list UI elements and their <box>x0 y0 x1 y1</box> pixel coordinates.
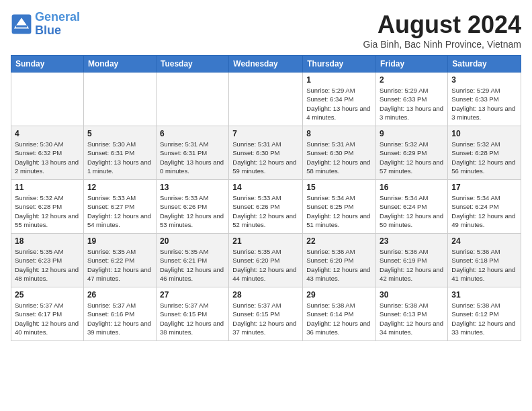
calendar-week-3: 11Sunrise: 5:32 AMSunset: 6:28 PMDayligh… <box>11 180 521 234</box>
logo-line1: General <box>35 10 80 24</box>
day-number: 22 <box>306 236 372 246</box>
day-number: 26 <box>87 290 152 300</box>
col-header-saturday: Saturday <box>448 56 521 73</box>
col-header-friday: Friday <box>376 56 448 73</box>
calendar-day: 20Sunrise: 5:35 AMSunset: 6:21 PMDayligh… <box>156 234 228 287</box>
col-header-monday: Monday <box>83 56 156 73</box>
day-info: Sunrise: 5:34 AMSunset: 6:24 PMDaylight:… <box>451 193 517 229</box>
logo-icon <box>11 13 32 35</box>
day-info: Sunrise: 5:34 AMSunset: 6:24 PMDaylight:… <box>380 193 444 229</box>
day-number: 29 <box>306 290 372 300</box>
day-number: 11 <box>15 183 80 192</box>
day-info: Sunrise: 5:32 AMSunset: 6:28 PMDaylight:… <box>15 193 80 229</box>
calendar-day: 8Sunrise: 5:31 AMSunset: 6:30 PMDaylight… <box>303 126 376 180</box>
day-info: Sunrise: 5:36 AMSunset: 6:19 PMDaylight:… <box>380 247 444 283</box>
day-number: 6 <box>160 129 225 138</box>
calendar-table: SundayMondayTuesdayWednesdayThursdayFrid… <box>11 55 521 341</box>
calendar-day: 28Sunrise: 5:37 AMSunset: 6:15 PMDayligh… <box>229 287 303 341</box>
day-number: 8 <box>306 129 372 138</box>
day-number: 18 <box>15 236 80 246</box>
day-info: Sunrise: 5:29 AMSunset: 6:34 PMDaylight:… <box>306 86 372 122</box>
calendar-day: 5Sunrise: 5:30 AMSunset: 6:31 PMDaylight… <box>83 126 156 180</box>
day-info: Sunrise: 5:37 AMSunset: 6:15 PMDaylight:… <box>232 301 299 336</box>
calendar-day: 17Sunrise: 5:34 AMSunset: 6:24 PMDayligh… <box>448 180 521 234</box>
day-number: 24 <box>451 236 517 246</box>
day-number: 2 <box>380 75 444 85</box>
day-number: 25 <box>15 290 80 300</box>
calendar-day: 10Sunrise: 5:32 AMSunset: 6:28 PMDayligh… <box>448 126 521 180</box>
logo: General Blue <box>11 11 80 38</box>
day-number: 30 <box>380 290 444 300</box>
calendar-day: 30Sunrise: 5:38 AMSunset: 6:13 PMDayligh… <box>376 287 448 341</box>
calendar-day: 6Sunrise: 5:31 AMSunset: 6:31 PMDaylight… <box>156 126 228 180</box>
day-number: 15 <box>306 183 372 192</box>
day-info: Sunrise: 5:35 AMSunset: 6:22 PMDaylight:… <box>87 247 152 283</box>
calendar-day: 31Sunrise: 5:38 AMSunset: 6:12 PMDayligh… <box>448 287 521 341</box>
calendar-day: 16Sunrise: 5:34 AMSunset: 6:24 PMDayligh… <box>376 180 448 234</box>
day-number: 21 <box>232 236 299 246</box>
calendar-day: 23Sunrise: 5:36 AMSunset: 6:19 PMDayligh… <box>376 234 448 287</box>
day-info: Sunrise: 5:37 AMSunset: 6:15 PMDaylight:… <box>160 301 225 336</box>
day-info: Sunrise: 5:38 AMSunset: 6:12 PMDaylight:… <box>451 301 517 336</box>
calendar-week-2: 4Sunrise: 5:30 AMSunset: 6:32 PMDaylight… <box>11 126 521 180</box>
day-number: 10 <box>451 129 517 138</box>
calendar-day: 22Sunrise: 5:36 AMSunset: 6:20 PMDayligh… <box>303 234 376 287</box>
location-subtitle: Gia Binh, Bac Ninh Province, Vietnam <box>363 39 521 50</box>
calendar-day: 14Sunrise: 5:33 AMSunset: 6:26 PMDayligh… <box>229 180 303 234</box>
page-header: General Blue August 2024 Gia Binh, Bac N… <box>11 11 521 50</box>
day-number: 13 <box>160 183 225 192</box>
day-info: Sunrise: 5:35 AMSunset: 6:20 PMDaylight:… <box>232 247 299 283</box>
day-number: 17 <box>451 183 517 192</box>
day-info: Sunrise: 5:31 AMSunset: 6:31 PMDaylight:… <box>160 140 225 175</box>
month-title: August 2024 <box>363 11 521 39</box>
day-info: Sunrise: 5:31 AMSunset: 6:30 PMDaylight:… <box>232 140 299 175</box>
calendar-day: 7Sunrise: 5:31 AMSunset: 6:30 PMDaylight… <box>229 126 303 180</box>
day-info: Sunrise: 5:38 AMSunset: 6:13 PMDaylight:… <box>380 301 444 336</box>
day-number: 5 <box>87 129 152 138</box>
calendar-day: 25Sunrise: 5:37 AMSunset: 6:17 PMDayligh… <box>11 287 84 341</box>
day-info: Sunrise: 5:29 AMSunset: 6:33 PMDaylight:… <box>451 86 517 122</box>
calendar-day: 29Sunrise: 5:38 AMSunset: 6:14 PMDayligh… <box>303 287 376 341</box>
calendar-day: 3Sunrise: 5:29 AMSunset: 6:33 PMDaylight… <box>448 73 521 126</box>
col-header-sunday: Sunday <box>11 56 84 73</box>
day-info: Sunrise: 5:34 AMSunset: 6:25 PMDaylight:… <box>306 193 372 229</box>
calendar-header-row: SundayMondayTuesdayWednesdayThursdayFrid… <box>11 56 521 73</box>
day-number: 16 <box>380 183 444 192</box>
day-info: Sunrise: 5:38 AMSunset: 6:14 PMDaylight:… <box>306 301 372 336</box>
calendar-day: 12Sunrise: 5:33 AMSunset: 6:27 PMDayligh… <box>83 180 156 234</box>
day-info: Sunrise: 5:33 AMSunset: 6:26 PMDaylight:… <box>160 193 225 229</box>
logo-line2: Blue <box>35 24 61 37</box>
day-number: 7 <box>232 129 299 138</box>
day-info: Sunrise: 5:31 AMSunset: 6:30 PMDaylight:… <box>306 140 372 175</box>
day-info: Sunrise: 5:37 AMSunset: 6:17 PMDaylight:… <box>15 301 80 336</box>
day-number: 28 <box>232 290 299 300</box>
calendar-day: 27Sunrise: 5:37 AMSunset: 6:15 PMDayligh… <box>156 287 228 341</box>
day-info: Sunrise: 5:33 AMSunset: 6:27 PMDaylight:… <box>87 193 152 229</box>
day-info: Sunrise: 5:33 AMSunset: 6:26 PMDaylight:… <box>232 193 299 229</box>
day-info: Sunrise: 5:29 AMSunset: 6:33 PMDaylight:… <box>380 86 444 122</box>
calendar-week-1: 1Sunrise: 5:29 AMSunset: 6:34 PMDaylight… <box>11 73 521 126</box>
day-info: Sunrise: 5:35 AMSunset: 6:23 PMDaylight:… <box>15 247 80 283</box>
calendar-week-5: 25Sunrise: 5:37 AMSunset: 6:17 PMDayligh… <box>11 287 521 341</box>
calendar-day: 1Sunrise: 5:29 AMSunset: 6:34 PMDaylight… <box>303 73 376 126</box>
calendar-day: 24Sunrise: 5:36 AMSunset: 6:18 PMDayligh… <box>448 234 521 287</box>
title-block: August 2024 Gia Binh, Bac Ninh Province,… <box>363 11 521 50</box>
svg-rect-2 <box>16 25 27 27</box>
calendar-day <box>11 73 84 126</box>
calendar-day: 4Sunrise: 5:30 AMSunset: 6:32 PMDaylight… <box>11 126 84 180</box>
calendar-day: 2Sunrise: 5:29 AMSunset: 6:33 PMDaylight… <box>376 73 448 126</box>
day-number: 20 <box>160 236 225 246</box>
calendar-day <box>156 73 228 126</box>
col-header-thursday: Thursday <box>303 56 376 73</box>
calendar-day: 11Sunrise: 5:32 AMSunset: 6:28 PMDayligh… <box>11 180 84 234</box>
day-info: Sunrise: 5:36 AMSunset: 6:18 PMDaylight:… <box>451 247 517 283</box>
day-number: 23 <box>380 236 444 246</box>
day-info: Sunrise: 5:30 AMSunset: 6:31 PMDaylight:… <box>87 140 152 175</box>
col-header-tuesday: Tuesday <box>156 56 228 73</box>
calendar-day: 26Sunrise: 5:37 AMSunset: 6:16 PMDayligh… <box>83 287 156 341</box>
calendar-day: 18Sunrise: 5:35 AMSunset: 6:23 PMDayligh… <box>11 234 84 287</box>
day-number: 1 <box>306 75 372 85</box>
col-header-wednesday: Wednesday <box>229 56 303 73</box>
day-number: 19 <box>87 236 152 246</box>
day-info: Sunrise: 5:32 AMSunset: 6:29 PMDaylight:… <box>380 140 444 175</box>
